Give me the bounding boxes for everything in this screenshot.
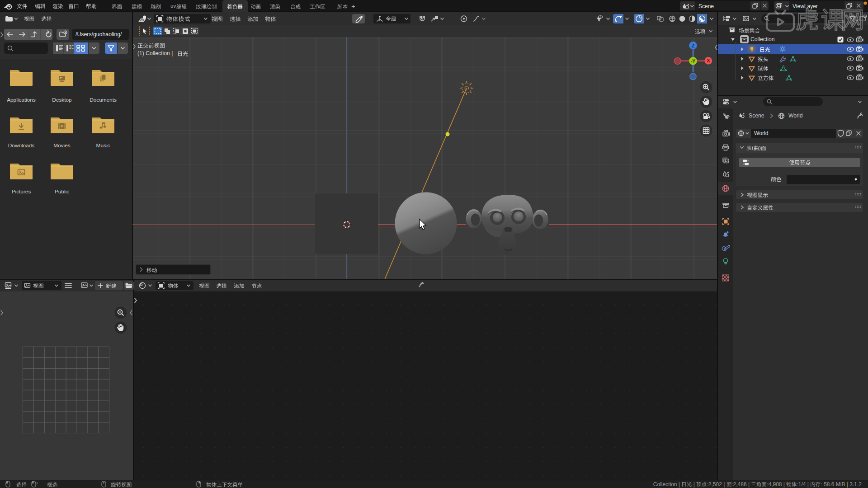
svg-text:-Y: -Y bbox=[691, 58, 696, 64]
svg-text:X: X bbox=[707, 58, 710, 63]
svg-text:Z: Z bbox=[692, 43, 695, 48]
